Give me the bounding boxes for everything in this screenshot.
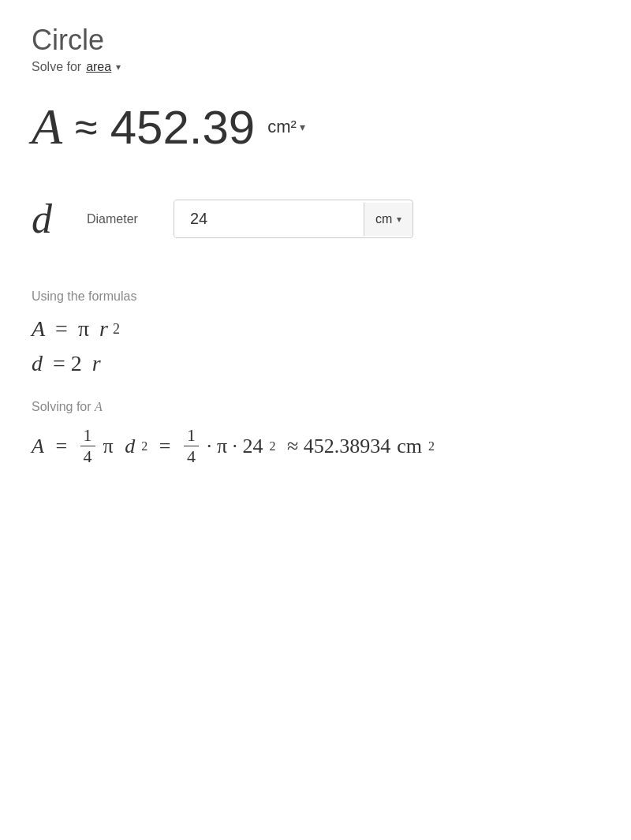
formulas-section: Using the formulas A = π r 2 d = 2 r xyxy=(32,289,599,376)
sol-A: A xyxy=(32,435,44,458)
formula-area: A = π r 2 xyxy=(32,316,599,342)
diameter-input[interactable] xyxy=(174,200,364,237)
sol-pi: π xyxy=(103,435,114,458)
formula-r: r xyxy=(94,316,108,342)
formula-d-text: d xyxy=(32,351,43,376)
sol-d: d xyxy=(120,435,136,458)
solving-for-variable: A xyxy=(95,400,103,413)
sol-dot-pi: · π · 24 xyxy=(207,435,263,458)
sol-fraction2: 1 4 xyxy=(184,427,199,465)
fraction2-den: 4 xyxy=(184,446,199,465)
formula-r2: r xyxy=(92,351,101,376)
formulas-title: Using the formulas xyxy=(32,289,599,304)
unit-selector[interactable]: cm ▾ xyxy=(364,203,413,236)
solving-title-label: Solving for xyxy=(32,400,91,413)
result-unit: cm² xyxy=(267,117,297,137)
sol-fraction1: 1 4 xyxy=(80,427,95,465)
approx-symbol: ≈ xyxy=(75,103,98,151)
result-unit-group: cm² ▾ xyxy=(267,117,305,137)
fraction1-num: 1 xyxy=(80,427,95,446)
result-variable: A xyxy=(32,98,62,156)
formula-area-eq: = xyxy=(50,316,73,342)
fraction2-num: 1 xyxy=(184,427,199,446)
fraction1-den: 4 xyxy=(80,446,95,465)
result-row: A ≈ 452.39 cm² ▾ xyxy=(32,98,599,156)
result-unit-dropdown-arrow[interactable]: ▾ xyxy=(300,121,305,133)
result-value: 452.39 xyxy=(110,100,256,155)
sol-unit-sq: 2 xyxy=(428,439,435,454)
sol-eq2: = xyxy=(154,435,176,458)
solve-for-link[interactable]: area xyxy=(86,60,111,74)
formula-pi: π xyxy=(78,316,89,342)
solve-for-dropdown-arrow[interactable]: ▾ xyxy=(116,62,121,73)
formula-diameter: d = 2 r xyxy=(32,351,599,376)
sol-approx: ≈ 452.38934 xyxy=(282,435,391,458)
solve-for-row: Solve for area ▾ xyxy=(32,60,599,74)
solving-section: Solving for A A = 1 4 π d 2 = 1 4 · π · … xyxy=(32,400,599,465)
solve-for-label: Solve for xyxy=(32,60,81,74)
unit-selector-arrow: ▾ xyxy=(397,214,401,225)
input-section: d Diameter cm ▾ xyxy=(32,188,599,250)
input-field-group: cm ▾ xyxy=(174,200,413,238)
input-variable: d xyxy=(32,196,63,242)
solving-title: Solving for A xyxy=(32,400,599,414)
sol-24-sq: 2 xyxy=(270,439,276,454)
solution-line: A = 1 4 π d 2 = 1 4 · π · 24 2 ≈ 452.389… xyxy=(32,427,599,465)
formula-area-text: A xyxy=(32,316,45,342)
formula-d-eq: = 2 xyxy=(47,351,88,376)
sol-d-sq: 2 xyxy=(141,439,147,454)
formula-r-squared: 2 xyxy=(113,321,120,338)
sol-unit: cm xyxy=(397,435,422,458)
sol-eq1: = xyxy=(50,435,73,458)
unit-selector-label: cm xyxy=(375,212,392,226)
page-title: Circle xyxy=(32,24,599,57)
input-label: Diameter xyxy=(87,212,150,226)
